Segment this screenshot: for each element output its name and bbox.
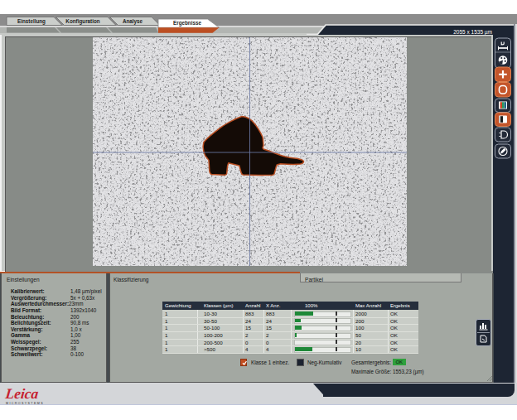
svg-text:Leica: Leica [4,385,40,402]
svg-text:Konfiguration: Konfiguration [65,18,99,25]
svg-text:Analyse: Analyse [123,18,143,25]
svg-text:Ergebnisse: Ergebnisse [173,20,201,27]
svg-text:Einstellung: Einstellung [17,18,46,25]
svg-text:MICROSYSTEMS: MICROSYSTEMS [6,402,44,405]
